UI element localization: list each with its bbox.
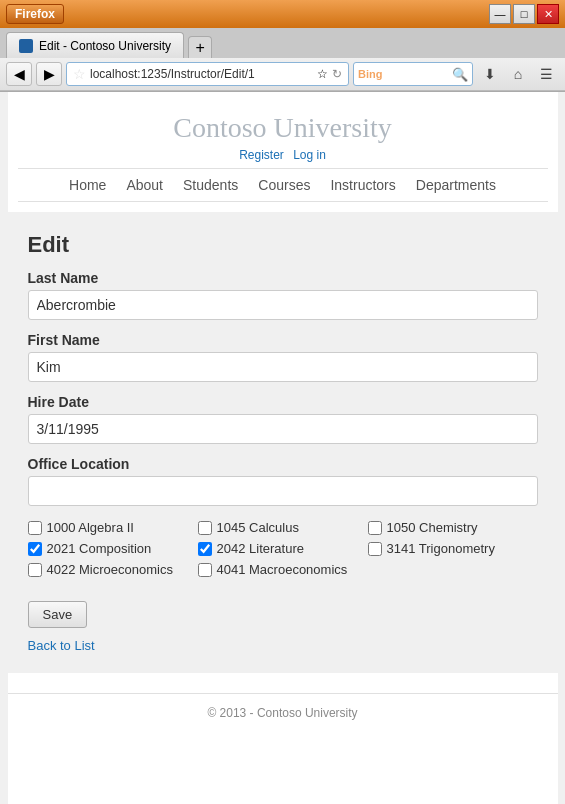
- search-icon[interactable]: 🔍: [452, 67, 468, 82]
- list-item: 4022 Microeconomics: [28, 562, 198, 577]
- first-name-group: First Name: [28, 332, 538, 382]
- list-item: [368, 562, 538, 577]
- course-1045-label: 1045 Calculus: [217, 520, 299, 535]
- site-nav: Home About Students Courses Instructors …: [18, 168, 548, 202]
- first-name-label: First Name: [28, 332, 538, 348]
- course-1000-label: 1000 Algebra II: [47, 520, 134, 535]
- nav-instructors[interactable]: Instructors: [330, 177, 395, 193]
- refresh-icon: ↻: [332, 67, 342, 81]
- list-item: 4041 Macroeconomics: [198, 562, 368, 577]
- download-icon[interactable]: ⬇: [477, 62, 503, 86]
- course-3141-checkbox[interactable]: [368, 542, 382, 556]
- auth-links: Register Log in: [18, 148, 548, 162]
- bookmark-star-icon: ☆: [317, 67, 328, 81]
- page-wrapper: Contoso University Register Log in Home …: [0, 92, 565, 804]
- footer-text: © 2013 - Contoso University: [207, 706, 357, 720]
- hire-date-label: Hire Date: [28, 394, 538, 410]
- page-heading: Edit: [28, 232, 538, 258]
- bing-logo: Bing: [358, 68, 382, 80]
- course-4041-label: 4041 Macroeconomics: [217, 562, 348, 577]
- course-2021-label: 2021 Composition: [47, 541, 152, 556]
- site-title: Contoso University: [18, 112, 548, 144]
- hire-date-input[interactable]: [28, 414, 538, 444]
- back-to-list-link[interactable]: Back to List: [28, 638, 538, 653]
- list-item: 2021 Composition: [28, 541, 198, 556]
- firefox-menu-button[interactable]: Firefox: [6, 4, 64, 24]
- minimize-button[interactable]: —: [489, 4, 511, 24]
- address-bar[interactable]: ☆ localhost:1235/Instructor/Edit/1 ☆ ↻: [66, 62, 349, 86]
- nav-departments[interactable]: Departments: [416, 177, 496, 193]
- register-link[interactable]: Register: [239, 148, 284, 162]
- course-1050-label: 1050 Chemistry: [387, 520, 478, 535]
- list-item: 1045 Calculus: [198, 520, 368, 535]
- office-location-group: Office Location: [28, 456, 538, 506]
- site-header: Contoso University Register Log in Home …: [8, 92, 558, 212]
- list-item: 2042 Literature: [198, 541, 368, 556]
- office-input[interactable]: [28, 476, 538, 506]
- course-2042-checkbox[interactable]: [198, 542, 212, 556]
- last-name-input[interactable]: [28, 290, 538, 320]
- nav-students[interactable]: Students: [183, 177, 238, 193]
- new-tab-button[interactable]: +: [188, 36, 212, 58]
- close-button[interactable]: ✕: [537, 4, 559, 24]
- save-button[interactable]: Save: [28, 601, 88, 628]
- bookmark-icon: ☆: [73, 66, 86, 82]
- course-1050-checkbox[interactable]: [368, 521, 382, 535]
- nav-about[interactable]: About: [126, 177, 163, 193]
- page-content: Contoso University Register Log in Home …: [8, 92, 558, 804]
- last-name-label: Last Name: [28, 270, 538, 286]
- courses-grid: 1000 Algebra II 1045 Calculus 1050 Chemi…: [28, 520, 538, 577]
- office-label: Office Location: [28, 456, 538, 472]
- course-1045-checkbox[interactable]: [198, 521, 212, 535]
- address-text: localhost:1235/Instructor/Edit/1: [90, 67, 313, 81]
- browser-tab[interactable]: Edit - Contoso University: [6, 32, 184, 58]
- nav-courses[interactable]: Courses: [258, 177, 310, 193]
- nav-home[interactable]: Home: [69, 177, 106, 193]
- courses-section: 1000 Algebra II 1045 Calculus 1050 Chemi…: [28, 520, 538, 577]
- main-content: Edit Last Name First Name Hire Date Offi…: [8, 212, 558, 673]
- course-2021-checkbox[interactable]: [28, 542, 42, 556]
- list-item: 3141 Trigonometry: [368, 541, 538, 556]
- first-name-input[interactable]: [28, 352, 538, 382]
- search-bar[interactable]: Bing 🔍: [353, 62, 473, 86]
- home-icon[interactable]: ⌂: [505, 62, 531, 86]
- hire-date-group: Hire Date: [28, 394, 538, 444]
- course-3141-label: 3141 Trigonometry: [387, 541, 495, 556]
- course-2042-label: 2042 Literature: [217, 541, 304, 556]
- tab-favicon: [19, 39, 33, 53]
- course-1000-checkbox[interactable]: [28, 521, 42, 535]
- page-footer: © 2013 - Contoso University: [8, 693, 558, 732]
- course-4022-label: 4022 Microeconomics: [47, 562, 173, 577]
- forward-button[interactable]: ▶: [36, 62, 62, 86]
- maximize-button[interactable]: □: [513, 4, 535, 24]
- list-item: 1050 Chemistry: [368, 520, 538, 535]
- course-4022-checkbox[interactable]: [28, 563, 42, 577]
- last-name-group: Last Name: [28, 270, 538, 320]
- back-button[interactable]: ◀: [6, 62, 32, 86]
- course-4041-checkbox[interactable]: [198, 563, 212, 577]
- list-item: 1000 Algebra II: [28, 520, 198, 535]
- tab-title: Edit - Contoso University: [39, 39, 171, 53]
- login-link[interactable]: Log in: [293, 148, 326, 162]
- menu-icon[interactable]: ☰: [533, 62, 559, 86]
